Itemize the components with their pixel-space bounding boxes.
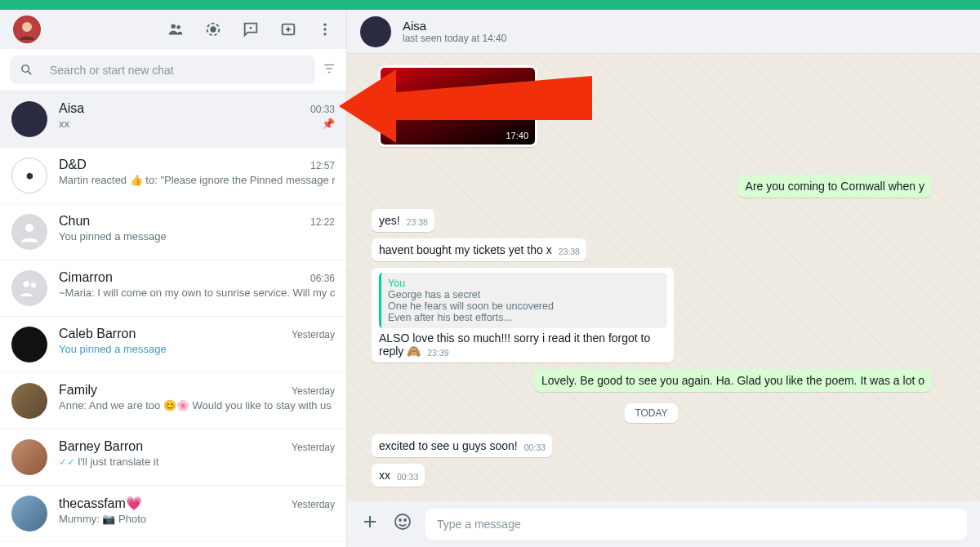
conversation-avatar[interactable] [360, 16, 391, 47]
svg-point-5 [211, 27, 216, 32]
conversation-status: last seen today at 14:40 [403, 33, 506, 44]
search-box[interactable] [10, 56, 315, 84]
chat-time: 00:33 [310, 104, 335, 115]
chat-preview: Martin reacted 👍 to: "Please ignore the … [59, 174, 335, 186]
chat-item-gripe[interactable]: 🦁 Gripe about England ⚽Saturday Phil: Be… [0, 542, 346, 547]
chat-item-thecassfam[interactable]: thecassfam💗Yesterday Mummy: 📷 Photo [0, 486, 346, 542]
sidebar: Aisa00:33 xx📌 ⬢ D&D12:57 Martin reacted … [0, 10, 347, 547]
new-chat-icon[interactable] [242, 20, 260, 38]
chat-item-chun[interactable]: Chun12:22 You pinned a message [0, 204, 346, 260]
chat-item-dnd[interactable]: ⬢ D&D12:57 Martin reacted 👍 to: "Please … [0, 148, 346, 204]
message-input[interactable] [425, 509, 967, 540]
chat-time: Yesterday [292, 329, 335, 340]
attach-icon[interactable] [360, 512, 380, 536]
window-topbar [0, 0, 980, 10]
avatar [11, 214, 47, 250]
chat-time: 12:22 [310, 216, 335, 228]
chat-time: Yesterday [292, 442, 335, 453]
sidebar-header [0, 10, 346, 49]
chat-time: 12:57 [310, 160, 335, 171]
chat-name: D&D [59, 158, 87, 172]
my-avatar[interactable] [13, 16, 41, 43]
svg-point-1 [22, 22, 32, 32]
chat-preview: Anne: And we are too 😊🌸 Would you like t… [59, 399, 335, 411]
chat-item-caleb[interactable]: Caleb BarronYesterday You pinned a messa… [0, 317, 346, 373]
svg-point-9 [323, 28, 326, 30]
svg-point-8 [323, 24, 326, 26]
chat-time: Yesterday [292, 385, 335, 397]
day-separator: TODAY [625, 403, 677, 423]
avatar [11, 383, 47, 419]
photo-message[interactable]: 17:40 [378, 65, 537, 147]
menu-icon[interactable] [317, 20, 333, 38]
chat-name: Barney Barron [59, 439, 143, 454]
avatar: ⬢ [11, 158, 47, 193]
chat-name: Chun [59, 214, 90, 229]
chat-preview: xx [59, 118, 69, 130]
communities-icon[interactable] [167, 20, 185, 38]
msg-in[interactable]: excited to see u guys soon!00:33 [372, 434, 552, 457]
svg-point-17 [395, 514, 410, 529]
conversation-panel: Aisa last seen today at 14:40 17:40 Are … [347, 10, 980, 547]
avatar [11, 101, 47, 137]
msg-in[interactable]: havent bought my tickets yet tho x23:38 [372, 238, 586, 261]
filter-icon[interactable] [322, 61, 336, 79]
chat-name: thecassfam💗 [59, 496, 142, 511]
read-checks-icon: ✓✓ [59, 456, 75, 468]
search-input[interactable] [50, 64, 305, 77]
chat-list: Aisa00:33 xx📌 ⬢ D&D12:57 Martin reacted … [0, 91, 346, 547]
avatar [11, 439, 47, 475]
emoji-icon[interactable] [393, 512, 412, 536]
svg-point-19 [404, 519, 406, 521]
composer [347, 501, 980, 547]
conversation-header[interactable]: Aisa last seen today at 14:40 [347, 10, 980, 54]
chat-name: Aisa [59, 101, 84, 116]
chat-preview: You pinned a message [59, 230, 335, 242]
svg-point-2 [172, 24, 176, 29]
avatar [11, 496, 47, 531]
svg-point-10 [323, 33, 326, 35]
chat-name: Cimarron [59, 270, 113, 285]
quote-block: You George has a secret One he fears wil… [379, 273, 667, 328]
photo-time: 17:40 [506, 131, 528, 140]
chat-preview: ~Maria: I will come on my own to sunrise… [59, 287, 335, 299]
svg-point-11 [22, 65, 29, 73]
chat-item-aisa[interactable]: Aisa00:33 xx📌 [0, 91, 346, 148]
chat-preview: I'll just translate it [78, 456, 158, 468]
svg-point-3 [176, 25, 180, 29]
msg-out[interactable]: Lovely. Be good to see you again. Ha. Gl… [534, 369, 931, 392]
msg-in[interactable]: yes!23:38 [372, 209, 434, 232]
chat-item-family[interactable]: FamilyYesterday Anne: And we are too 😊🌸 … [0, 373, 346, 429]
pin-icon: 📌 [322, 118, 335, 130]
msg-in[interactable]: xx00:33 [372, 464, 425, 487]
svg-point-6 [250, 27, 252, 29]
chat-item-barney[interactable]: Barney BarronYesterday ✓✓I'll just trans… [0, 429, 346, 486]
chat-name: Caleb Barron [59, 327, 136, 341]
svg-point-14 [31, 282, 36, 287]
svg-point-12 [25, 224, 33, 232]
search-icon [20, 63, 33, 77]
conversation-name: Aisa [403, 19, 506, 33]
avatar [11, 270, 47, 306]
chat-item-cimarron[interactable]: Cimarron06:36 ~Maria: I will come on my … [0, 260, 346, 317]
search-row [0, 49, 346, 91]
chat-preview: Mummy: 📷 Photo [59, 513, 335, 525]
avatar [11, 327, 47, 362]
svg-point-13 [24, 281, 30, 287]
chat-time: 06:36 [310, 273, 335, 284]
msg-out[interactable]: Are you coming to Cornwall when y [738, 175, 931, 198]
chat-time: Yesterday [292, 499, 335, 510]
messages-area[interactable]: 17:40 Are you coming to Cornwall when y … [347, 54, 980, 501]
new-chat-plus-icon[interactable] [279, 20, 297, 38]
msg-in-quoted[interactable]: You George has a secret One he fears wil… [372, 268, 674, 362]
status-icon[interactable] [204, 20, 222, 38]
chat-preview: You pinned a message [59, 343, 335, 355]
chat-name: Family [59, 383, 97, 398]
svg-point-18 [399, 519, 401, 521]
